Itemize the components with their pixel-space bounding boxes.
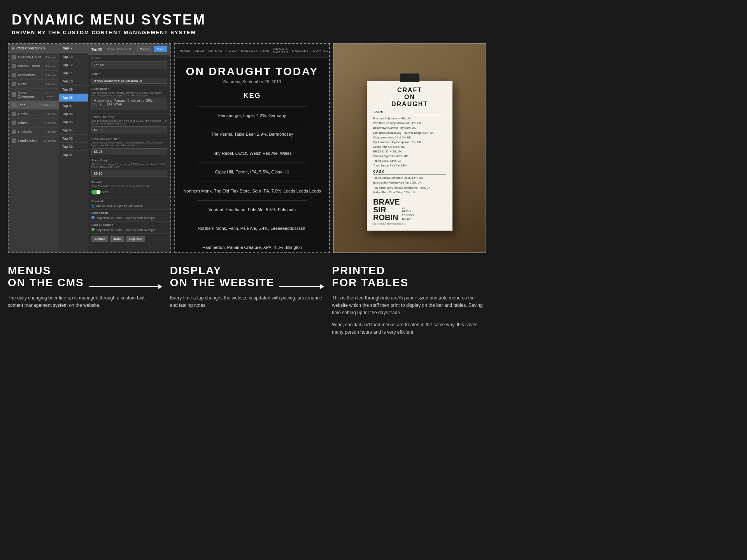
nav-gallery[interactable]: GALLERY — [292, 49, 309, 52]
sidebar-item-news-categories[interactable]: News Categories 8 items — [9, 89, 59, 101]
col1-title: MENUS — [8, 265, 84, 277]
item-icon — [12, 103, 16, 107]
meta-created: Created 👤 April 23, 2018, 5:29pm by Sam … — [88, 198, 170, 210]
clipboard-container: CRAFT ON DRAUGHT TAPS Fourpure Indy Lage… — [367, 74, 452, 230]
beer-item-8: Hammerton, Panama Creature, XPA, 4.3%, I… — [183, 245, 321, 250]
nav-drinks[interactable]: DRINKS — [209, 49, 223, 52]
beer-item-5: Northern Monk, The Old Flax Store, Sour … — [183, 188, 321, 194]
item-icon — [12, 82, 16, 86]
col3-header: PRINTED FOR TABLES — [332, 265, 486, 289]
tap-item-11[interactable]: Tap 11 — [59, 69, 88, 77]
cms-tap-detail: Tap 08 Status: Published Cancel Save Nam… — [88, 44, 170, 252]
tap-item-07[interactable]: Tap 07 — [59, 102, 88, 110]
col2-body: Every time a tap changes the website is … — [170, 294, 324, 309]
description-input[interactable]: Hammerton, Panama Creature, XPA, 4.3%, I… — [91, 98, 167, 110]
field-name: Name * — [88, 55, 170, 70]
slug-input[interactable] — [91, 78, 167, 84]
page-header: DYNAMIC MENU SYSTEM DRIVEN BY THE CUSTOM… — [0, 0, 494, 43]
name-input[interactable] — [91, 61, 167, 68]
col3-title: PRINTED — [332, 265, 409, 277]
beer-item-7: Northern Monk, Faith, Pale Ale, 5.4%, Le… — [183, 226, 321, 231]
tap-item-13[interactable]: Tap 13 — [59, 53, 88, 61]
nav-news[interactable]: NEWS & EVENTS — [274, 47, 288, 54]
item-icon — [12, 55, 16, 60]
item-icon — [12, 92, 16, 97]
price-2third-input[interactable] — [91, 148, 167, 155]
print-cask-section: CASK — [373, 170, 446, 175]
duplicate-button[interactable]: Duplicate — [126, 236, 145, 242]
unlink-button[interactable]: Unlink — [110, 236, 124, 242]
cancel-button[interactable]: Cancel — [137, 46, 153, 52]
panels-row: ⊞ CMS Collections × Opening Hours 7 item… — [0, 43, 494, 253]
tap-item-08[interactable]: Tap 08 — [59, 94, 88, 102]
beer-item-6: Verdant, Headband, Pale Ale, 5.5%, Falmo… — [183, 207, 321, 213]
tap-item-06[interactable]: Tap 06 — [59, 110, 88, 118]
item-icon — [12, 73, 16, 77]
cms-sidebar: ⊞ CMS Collections × Opening Hours 7 item… — [9, 44, 59, 252]
field-tap-on: Tap on? Turn this switch on if the tap i… — [88, 179, 170, 198]
item-icon — [12, 112, 16, 116]
col3-body2: Wine, cocktail and food menus are treate… — [332, 321, 486, 336]
website-panel: HOME BEER DRINKS FOOD RESERVATIONS NEWS … — [174, 43, 330, 253]
col1-body: The daily changing beer line-up is manag… — [8, 294, 162, 309]
nav-beer[interactable]: BEER — [195, 49, 205, 52]
tap-item-02[interactable]: Tap 02 — [59, 143, 88, 151]
beer-item-3: Tiny Rebel, Cwtch, Welsh Red Ale, Wales — [183, 150, 321, 156]
website-nav: HOME BEER DRINKS FOOD RESERVATIONS NEWS … — [175, 44, 329, 58]
cms-actions: Archive Unlink Duplicate — [88, 234, 170, 244]
print-menu-card: CRAFT ON DRAUGHT TAPS Fourpure Indy Lage… — [367, 81, 452, 230]
beer-item-4: Gipsy Hill, Ferme, IPA, 5.5%, Gipsy Hill — [183, 169, 321, 175]
print-address: 28HINCHLONDONN4 4AP — [402, 206, 414, 221]
sidebar-item-food-dishes[interactable]: Food Dishes 22 items — [9, 136, 59, 145]
sidebar-item-cocktails[interactable]: Cocktails 8 items — [9, 128, 59, 136]
tap-item-10[interactable]: Tap 10 — [59, 77, 88, 86]
sidebar-item-news[interactable]: News 4 items — [9, 80, 59, 89]
sidebar-item-kitchen-hours[interactable]: Kitchen Hours 7 items — [9, 62, 59, 71]
print-photo: CRAFT ON DRAUGHT TAPS Fourpure Indy Lage… — [334, 44, 486, 252]
meta-last-edited: Last edited September 28, 2019, 1:50pm b… — [88, 210, 170, 222]
website-content: ON DRAUGHT TODAY Saturday, September 28,… — [175, 58, 329, 252]
nav-home[interactable]: HOME — [180, 49, 191, 52]
nav-contact[interactable]: CONTACT — [313, 49, 330, 52]
field-slug: Slug * — [88, 70, 170, 86]
sidebar-item-taps[interactable]: Taps 13 items › — [9, 101, 59, 110]
print-craft-title: CRAFT — [373, 87, 446, 94]
price-pint-input[interactable] — [91, 170, 167, 177]
col1-header: MENUS ON THE CMS — [8, 265, 162, 289]
tap-item-05[interactable]: Tap 05 — [59, 118, 88, 126]
arrow-2 — [279, 281, 324, 289]
bottom-section: MENUS ON THE CMS The daily changing beer… — [0, 253, 494, 348]
website-main-title: ON DRAUGHT TODAY — [183, 65, 321, 78]
col2-title: DISPLAY — [170, 265, 275, 277]
print-taps-section: TAPS — [373, 110, 446, 115]
keg-section-title: KEG — [183, 92, 321, 100]
tap-on-toggle[interactable]: YES — [91, 190, 109, 194]
cms-collections-tab[interactable]: ⊞ CMS Collections × — [9, 44, 59, 53]
clipboard-clip — [400, 74, 419, 82]
field-price-half: Price (Half Pint) * Add the price of a h… — [88, 114, 170, 135]
col3-body1: This is then fed through into an A5 pape… — [332, 294, 486, 317]
tap-item-04[interactable]: Tap 04 — [59, 126, 88, 135]
archive-button[interactable]: Archive — [91, 236, 108, 242]
sidebar-item-promotions[interactable]: Promotions 2 items — [9, 71, 59, 80]
sidebar-item-wines[interactable]: Wines 12 items — [9, 119, 59, 128]
tap-item-03[interactable]: Tap 03 — [59, 135, 88, 143]
bottom-col-1: MENUS ON THE CMS The daily changing beer… — [8, 265, 170, 336]
tap-item-12[interactable]: Tap 12 — [59, 61, 88, 69]
detail-header: Tap 08 Status: Published Cancel Save — [88, 44, 170, 55]
nav-reservations[interactable]: RESERVATIONS — [241, 49, 269, 52]
cms-taps-list: Taps × Tap 13 Tap 12 Tap 11 Tap 10 Tap 0… — [59, 44, 88, 252]
tap-item-01[interactable]: Tap 01 — [59, 151, 88, 159]
field-price-pint: Price (Pint) * Add the price of a pint h… — [88, 157, 170, 179]
sidebar-item-casks[interactable]: Casks 8 items — [9, 110, 59, 119]
nav-food[interactable]: FOOD — [226, 49, 237, 52]
arrow-1 — [89, 281, 162, 289]
grid-icon: ⊞ — [12, 46, 15, 50]
tap-item-09[interactable]: Tap 09 — [59, 86, 88, 94]
sidebar-item-opening-hours[interactable]: Opening Hours 7 items — [9, 53, 59, 62]
price-half-input[interactable] — [91, 126, 167, 133]
save-button[interactable]: Save — [154, 46, 167, 52]
field-price-2third: Price (2/3rd's Pint) * Add the price of … — [88, 135, 170, 157]
website-date: Saturday, September 28, 2019 — [183, 79, 321, 84]
taps-list-header: Taps × — [59, 44, 88, 53]
